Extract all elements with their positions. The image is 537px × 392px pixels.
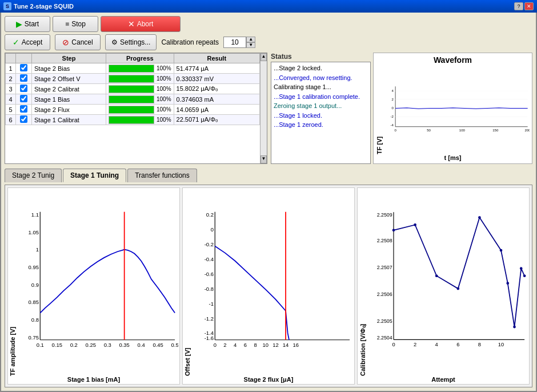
svg-text:200: 200: [525, 129, 530, 132]
main-window: ▶ Start ■ Stop ✕ Abort ✓ Accept ⊘ Cancel…: [0, 13, 537, 392]
svg-text:0.9: 0.9: [31, 282, 39, 288]
chart1-inner: TF amplitude [V] 1.1 1.05 1 0.95 0.9 0.8…: [9, 189, 178, 376]
waveform-x-label: t [ms]: [444, 154, 462, 161]
svg-text:0.25: 0.25: [86, 342, 96, 348]
svg-text:-0.8: -0.8: [205, 286, 214, 292]
toolbar-row1: ▶ Start ■ Stop ✕ Abort: [5, 16, 532, 32]
svg-point-79: [513, 326, 516, 329]
svg-text:-0.6: -0.6: [205, 271, 214, 277]
step-checkbox[interactable]: [20, 115, 27, 123]
start-button[interactable]: ▶ Start: [5, 16, 50, 32]
stop-icon: ■: [65, 20, 69, 28]
svg-text:4: 4: [234, 342, 237, 348]
svg-text:0.3: 0.3: [104, 342, 111, 348]
waveform-inner: TF [V] 4 2: [376, 65, 530, 154]
svg-text:4: 4: [391, 89, 394, 93]
svg-text:0: 0: [394, 129, 396, 132]
status-line: ...Converged, now resetting.: [274, 73, 368, 83]
charts-area: TF amplitude [V] 1.1 1.05 1 0.95 0.9 0.8…: [5, 185, 532, 387]
middle-section: Step Progress Result 1 Stage 2 Bias 100%: [5, 53, 532, 164]
scrollbar-track: [261, 61, 267, 155]
settings-button[interactable]: ⚙ Settings...: [105, 34, 157, 50]
svg-text:100: 100: [459, 129, 466, 132]
col-check: [16, 54, 32, 63]
col-num: [6, 54, 16, 63]
title-bar: S Tune 2-stage SQUID ? ✕: [0, 0, 537, 13]
svg-text:0: 0: [392, 341, 395, 347]
svg-text:0.5: 0.5: [171, 342, 178, 348]
step-checkbox[interactable]: [20, 95, 27, 102]
cancel-button[interactable]: ⊘ Cancel: [55, 34, 101, 50]
status-line: ...Stage 1 locked.: [274, 111, 368, 121]
svg-text:-2: -2: [390, 115, 394, 118]
accept-button[interactable]: ✓ Accept: [5, 34, 50, 50]
step-checkbox[interactable]: [20, 105, 27, 113]
tab-stage1[interactable]: Stage 1 Tuning: [63, 169, 126, 182]
chart3: Calibration [V/Φ₀] 2.2509 2.2508 2.2507 …: [357, 187, 530, 385]
svg-text:2.2505: 2.2505: [377, 318, 392, 324]
svg-text:12: 12: [272, 342, 278, 348]
svg-text:2.2506: 2.2506: [377, 291, 392, 297]
status-waveform-row: Status ...Stage 2 locked....Converged, n…: [271, 53, 532, 164]
svg-point-81: [523, 274, 526, 277]
svg-text:-1: -1: [209, 301, 214, 307]
status-section: Status ...Stage 2 locked....Converged, n…: [271, 53, 371, 164]
svg-text:2.2509: 2.2509: [377, 212, 392, 218]
svg-text:2: 2: [223, 342, 226, 348]
svg-point-76: [478, 216, 481, 219]
step-checkbox[interactable]: [20, 64, 27, 71]
col-step: Step: [32, 54, 106, 63]
cal-repeats-input[interactable]: 10: [223, 37, 246, 48]
cal-repeats-spinner[interactable]: 10 ▲ ▼: [223, 37, 255, 48]
table-row: 2 Stage 2 Offset V 100% 0.330337 mV: [6, 74, 260, 84]
svg-text:10: 10: [498, 341, 504, 347]
scrollbar-down[interactable]: ▼: [261, 155, 267, 163]
svg-text:0: 0: [211, 226, 214, 233]
gear-icon: ⚙: [111, 38, 118, 46]
status-label: Status: [271, 53, 371, 61]
table-row: 5 Stage 2 Flux 100% 14.0659 μA: [6, 105, 260, 115]
svg-text:-1.2: -1.2: [205, 315, 214, 322]
chart3-svg: 2.2509 2.2508 2.2507 2.2506 2.2505 2.250…: [367, 189, 528, 376]
spinner-down[interactable]: ▼: [246, 42, 255, 48]
title-bar-controls[interactable]: ? ✕: [514, 2, 534, 10]
svg-text:2.2508: 2.2508: [377, 238, 392, 243]
table-row: 1 Stage 2 Bias 100% 51.4774 μA: [6, 63, 260, 74]
cal-table-container: Step Progress Result 1 Stage 2 Bias 100%: [5, 53, 267, 164]
svg-text:0: 0: [214, 342, 217, 348]
svg-point-77: [500, 249, 503, 252]
step-checkbox[interactable]: [20, 85, 27, 92]
status-line: ...Stage 2 locked.: [274, 63, 368, 73]
title-bar-left: S Tune 2-stage SQUID: [3, 2, 74, 10]
table-row: 4 Stage 1 Bias 100% 0.374603 mA: [6, 94, 260, 105]
chart2-inner: Offset [V] 0.2 0 -0.2 -0.4 -0.6 -0.8 -1 …: [184, 189, 353, 376]
svg-text:0.35: 0.35: [119, 342, 129, 348]
toolbar-row2: ✓ Accept ⊘ Cancel ⚙ Settings... Calibrat…: [5, 34, 532, 50]
col-progress: Progress: [106, 54, 174, 63]
stop-button[interactable]: ■ Stop: [53, 16, 98, 32]
chart2-svg: 0.2 0 -0.2 -0.4 -0.6 -0.8 -1 -1.2 -1.4 -…: [191, 189, 353, 376]
svg-text:0.95: 0.95: [29, 264, 39, 270]
svg-text:0.1: 0.1: [37, 342, 44, 348]
svg-text:2.2507: 2.2507: [377, 265, 392, 270]
close-button[interactable]: ✕: [524, 2, 534, 10]
spinner-up[interactable]: ▲: [246, 37, 255, 42]
status-content[interactable]: ...Stage 2 locked....Converged, now rese…: [271, 62, 371, 164]
tab-stage2[interactable]: Stage 2 Tunig: [5, 169, 62, 182]
svg-text:-0.4: -0.4: [205, 256, 214, 262]
abort-button[interactable]: ✕ Abort: [101, 16, 181, 32]
tab-bar: Stage 2 Tunig Stage 1 Tuning Transfer fu…: [5, 169, 532, 182]
svg-text:1.05: 1.05: [29, 229, 39, 235]
svg-point-73: [414, 223, 416, 226]
help-button[interactable]: ?: [514, 2, 523, 10]
waveform-title: Waveform: [434, 55, 472, 65]
svg-text:-0.2: -0.2: [205, 241, 214, 247]
svg-text:4: 4: [435, 341, 438, 347]
svg-text:10: 10: [262, 342, 268, 348]
scrollbar-up[interactable]: ▲: [261, 53, 267, 61]
svg-text:1: 1: [36, 246, 39, 253]
status-line: Zeroing stage 1 output...: [274, 101, 368, 111]
tab-transfer[interactable]: Transfer functions: [127, 169, 197, 182]
step-checkbox[interactable]: [20, 74, 27, 82]
status-line: Calibrating stage 1...: [274, 82, 368, 92]
